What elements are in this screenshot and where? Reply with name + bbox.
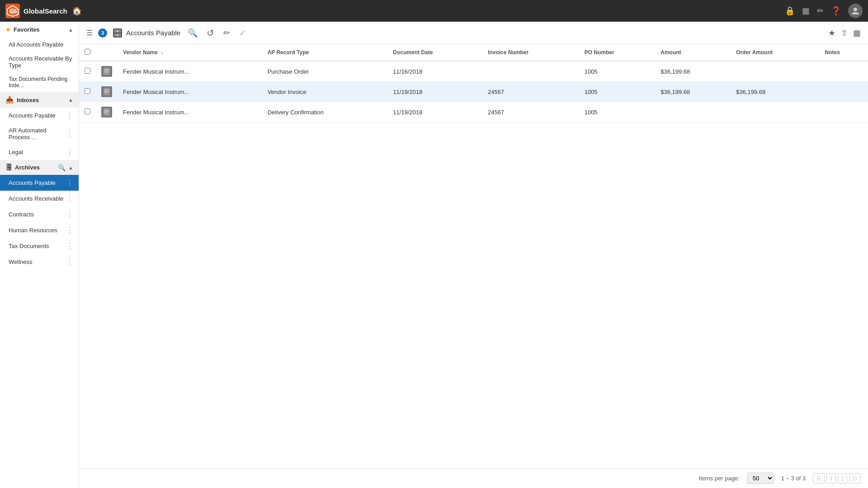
check-toolbar-icon[interactable]: ✓ (237, 26, 248, 40)
more-icon[interactable]: ⋮ (66, 242, 73, 250)
home-icon[interactable]: 🏠 (72, 6, 82, 16)
sidebar-item-ar-automated[interactable]: AR Automated Process ... ⋮ (0, 123, 79, 144)
prev-page-button[interactable]: ⟨ (826, 473, 836, 483)
sort-icon-vendor: ↓ (161, 50, 164, 55)
svg-rect-18 (104, 108, 110, 116)
row-document-date: 11/19/2018 (387, 102, 482, 122)
header-amount[interactable]: Amount (655, 44, 731, 61)
sidebar-item-accounts-receivable[interactable]: Accounts Receivable ⋮ (0, 191, 79, 206)
menu-icon[interactable]: ☰ (86, 28, 93, 37)
sidebar-item-tax-documents[interactable]: Tax Documents ⋮ (0, 238, 79, 254)
pagination-nav: ⟨⟨ ⟨ ⟩ ⟩⟩ (813, 473, 861, 483)
row-po-number: 1005 (579, 82, 656, 102)
more-icon[interactable]: ⋮ (66, 111, 73, 120)
row-po-number: 1005 (579, 102, 656, 122)
row-document-date: 11/16/2018 (387, 61, 482, 82)
row-doc-icon-cell (96, 102, 118, 122)
svg-text:GS: GS (10, 9, 17, 14)
user-avatar[interactable] (848, 4, 863, 18)
header-notes[interactable]: Notes (820, 44, 868, 61)
svg-rect-14 (104, 88, 110, 95)
svg-rect-16 (104, 91, 109, 92)
edit-icon[interactable]: ✏ (817, 6, 824, 16)
logo[interactable]: GS GlobalSearch (5, 4, 67, 18)
sidebar-item-label: Accounts Payable (9, 179, 56, 186)
row-checkbox[interactable] (85, 68, 90, 74)
svg-rect-10 (104, 68, 110, 75)
sidebar-item-all-accounts-payable[interactable]: All Accounts Payable (0, 38, 79, 52)
row-checkbox[interactable] (85, 108, 90, 114)
svg-rect-8 (117, 31, 118, 32)
layout-icon[interactable]: ▦ (853, 28, 861, 38)
more-icon[interactable]: ⋮ (66, 178, 73, 187)
row-po-number: 1005 (579, 61, 656, 82)
svg-rect-11 (104, 69, 109, 70)
row-document-date: 11/19/2018 (387, 82, 482, 102)
last-page-button[interactable]: ⟩⟩ (849, 473, 861, 483)
more-icon[interactable]: ⋮ (66, 226, 73, 235)
header-vendor-name[interactable]: Vendor Name ↓ (118, 44, 262, 61)
header-po-number[interactable]: PO Number (579, 44, 656, 61)
more-icon[interactable]: ⋮ (66, 258, 73, 266)
row-vendor-name: Fender Musical Instrum... (118, 102, 262, 122)
header-order-amount[interactable]: Order Amount (731, 44, 819, 61)
results-table: Vendor Name ↓ AP Record Type Document Da… (79, 44, 868, 122)
svg-rect-19 (104, 110, 109, 111)
edit-toolbar-icon[interactable]: ✏ (222, 26, 232, 40)
row-notes (820, 102, 868, 122)
sidebar: ★ Favorites ▲ All Accounts Payable Accou… (0, 22, 79, 488)
toolbar-right: ★ ⇧ ▦ (828, 28, 861, 38)
grid-icon[interactable]: ▦ (802, 6, 810, 16)
document-thumbnail (101, 86, 112, 97)
row-doc-icon-cell (96, 61, 118, 82)
sidebar-item-label: Tax Documents Pending Inde... (9, 76, 73, 89)
header-ap-record-type[interactable]: AP Record Type (262, 44, 388, 61)
row-invoice-number: 24567 (482, 102, 579, 122)
more-icon[interactable]: ⋮ (66, 210, 73, 219)
row-order-amount (731, 61, 819, 82)
sidebar-item-wellness[interactable]: Wellness ⋮ (0, 254, 79, 270)
sidebar-item-accounts-payable-archive[interactable]: Accounts Payable ⋮ (0, 175, 79, 191)
row-invoice-number (482, 61, 579, 82)
sidebar-item-contracts[interactable]: Contracts ⋮ (0, 206, 79, 222)
header-document-date[interactable]: Document Date (387, 44, 482, 61)
more-icon[interactable]: ⋮ (66, 148, 73, 156)
document-thumbnail (101, 66, 112, 77)
favorites-label: Favorites (14, 26, 40, 33)
row-checkbox[interactable] (85, 88, 90, 94)
sidebar-item-label: Legal (9, 149, 23, 155)
sidebar-item-human-resources[interactable]: Human Resources ⋮ (0, 222, 79, 238)
select-all-checkbox[interactable] (85, 49, 90, 55)
favorites-chevron: ▲ (68, 27, 73, 33)
inboxes-section-header[interactable]: 📥 Inboxes ▲ (0, 92, 79, 108)
sidebar-item-tax-documents-pending[interactable]: Tax Documents Pending Inde... (0, 72, 79, 92)
search-toolbar-icon[interactable]: 🔍 (186, 26, 199, 40)
lock-icon[interactable]: 🔒 (785, 6, 795, 16)
next-page-button[interactable]: ⟩ (838, 473, 847, 483)
header-invoice-number[interactable]: Invoice Number (482, 44, 579, 61)
row-amount (655, 102, 731, 122)
svg-rect-17 (104, 92, 108, 93)
favorite-star-icon[interactable]: ★ (828, 28, 835, 38)
sidebar-item-legal[interactable]: Legal ⋮ (0, 144, 79, 160)
share-icon[interactable]: ⇧ (841, 28, 848, 38)
help-icon[interactable]: ❓ (831, 6, 841, 16)
results-table-container: Vendor Name ↓ AP Record Type Document Da… (79, 44, 868, 468)
toolbar: ☰ 3 Accounts Payable 🔍 ↺ ✏ ✓ (79, 22, 868, 44)
more-icon[interactable]: ⋮ (66, 130, 73, 138)
svg-rect-15 (104, 89, 109, 90)
items-per-page-select[interactable]: 25 50 100 (747, 473, 774, 484)
archives-search-icon[interactable]: 🔍 (58, 164, 66, 171)
svg-rect-9 (117, 35, 118, 36)
row-amount: $36,199.68 (655, 82, 731, 102)
inbox-icon: 📥 (5, 96, 14, 104)
refresh-toolbar-icon[interactable]: ↺ (205, 26, 216, 40)
first-page-button[interactable]: ⟨⟨ (813, 473, 825, 483)
sidebar-item-label: Contracts (9, 211, 34, 218)
sidebar-item-accounts-payable-inbox[interactable]: Accounts Payable ⋮ (0, 108, 79, 123)
favorites-section-header[interactable]: ★ Favorites ▲ (0, 22, 79, 38)
sidebar-item-accounts-receivable-by-type[interactable]: Accounts Receivable By Type (0, 52, 79, 72)
more-icon[interactable]: ⋮ (66, 194, 73, 203)
archives-section-header[interactable]: 🗄 Archives 🔍 ▲ (0, 160, 79, 175)
row-notes (820, 82, 868, 102)
